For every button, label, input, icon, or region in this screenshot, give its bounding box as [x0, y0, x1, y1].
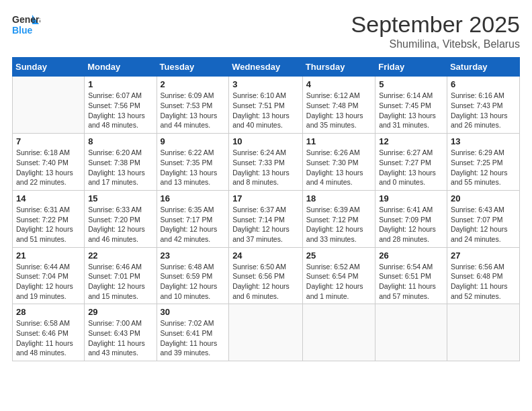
- day-number: 19: [379, 193, 443, 203]
- calendar-header-row: SundayMondayTuesdayWednesdayThursdayFrid…: [13, 58, 520, 77]
- day-number: 24: [232, 250, 299, 261]
- calendar-cell: [13, 77, 85, 134]
- day-info: Sunrise: 6:27 AM Sunset: 7:27 PM Dayligh…: [379, 148, 443, 187]
- title-block: September 2025 Shumilina, Vitebsk, Belar…: [351, 12, 520, 50]
- day-number: 25: [306, 250, 371, 261]
- day-info: Sunrise: 7:02 AM Sunset: 6:41 PM Dayligh…: [161, 318, 226, 358]
- day-number: 13: [451, 136, 516, 146]
- day-info: Sunrise: 6:43 AM Sunset: 7:07 PM Dayligh…: [451, 205, 516, 244]
- day-number: 4: [306, 79, 371, 89]
- calendar-cell: [229, 304, 303, 361]
- day-info: Sunrise: 6:39 AM Sunset: 7:12 PM Dayligh…: [306, 205, 371, 244]
- calendar-cell: [375, 304, 447, 361]
- calendar-cell: 4Sunrise: 6:12 AM Sunset: 7:48 PM Daylig…: [302, 77, 375, 134]
- day-number: 7: [16, 136, 81, 146]
- day-info: Sunrise: 6:52 AM Sunset: 6:54 PM Dayligh…: [306, 262, 371, 302]
- calendar-cell: 3Sunrise: 6:10 AM Sunset: 7:51 PM Daylig…: [229, 77, 303, 134]
- day-info: Sunrise: 7:00 AM Sunset: 6:43 PM Dayligh…: [88, 318, 152, 358]
- calendar-cell: 26Sunrise: 6:54 AM Sunset: 6:51 PM Dayli…: [375, 247, 447, 304]
- calendar-cell: 7Sunrise: 6:18 AM Sunset: 7:40 PM Daylig…: [13, 134, 85, 191]
- col-header-saturday: Saturday: [447, 58, 519, 77]
- calendar-cell: 1Sunrise: 6:07 AM Sunset: 7:56 PM Daylig…: [85, 77, 157, 134]
- col-header-wednesday: Wednesday: [229, 58, 303, 77]
- day-info: Sunrise: 6:14 AM Sunset: 7:45 PM Dayligh…: [379, 91, 443, 130]
- day-info: Sunrise: 6:18 AM Sunset: 7:40 PM Dayligh…: [16, 148, 81, 187]
- day-info: Sunrise: 6:46 AM Sunset: 7:01 PM Dayligh…: [88, 262, 152, 302]
- day-info: Sunrise: 6:44 AM Sunset: 7:04 PM Dayligh…: [16, 262, 81, 302]
- calendar-cell: 17Sunrise: 6:37 AM Sunset: 7:14 PM Dayli…: [229, 190, 303, 247]
- day-number: 10: [232, 136, 299, 146]
- col-header-monday: Monday: [85, 58, 157, 77]
- day-info: Sunrise: 6:41 AM Sunset: 7:09 PM Dayligh…: [379, 205, 443, 244]
- day-number: 26: [379, 250, 443, 261]
- day-info: Sunrise: 6:22 AM Sunset: 7:35 PM Dayligh…: [161, 148, 226, 187]
- calendar-cell: 21Sunrise: 6:44 AM Sunset: 7:04 PM Dayli…: [13, 247, 85, 304]
- day-info: Sunrise: 6:31 AM Sunset: 7:22 PM Dayligh…: [16, 205, 81, 244]
- day-number: 27: [451, 250, 516, 261]
- logo-icon: GeneralBlue: [12, 12, 40, 40]
- day-number: 23: [161, 250, 226, 261]
- calendar-cell: 20Sunrise: 6:43 AM Sunset: 7:07 PM Dayli…: [447, 190, 519, 247]
- calendar-cell: 13Sunrise: 6:29 AM Sunset: 7:25 PM Dayli…: [447, 134, 519, 191]
- day-info: Sunrise: 6:20 AM Sunset: 7:38 PM Dayligh…: [88, 148, 152, 187]
- calendar-cell: 23Sunrise: 6:48 AM Sunset: 6:59 PM Dayli…: [157, 247, 229, 304]
- calendar-cell: 18Sunrise: 6:39 AM Sunset: 7:12 PM Dayli…: [302, 190, 375, 247]
- calendar-cell: 6Sunrise: 6:16 AM Sunset: 7:43 PM Daylig…: [447, 77, 519, 134]
- day-number: 2: [161, 79, 226, 89]
- calendar-week-row: 7Sunrise: 6:18 AM Sunset: 7:40 PM Daylig…: [13, 134, 520, 191]
- col-header-sunday: Sunday: [13, 58, 85, 77]
- calendar-cell: 14Sunrise: 6:31 AM Sunset: 7:22 PM Dayli…: [13, 190, 85, 247]
- calendar-table: SundayMondayTuesdayWednesdayThursdayFrid…: [12, 57, 520, 361]
- day-number: 12: [379, 136, 443, 146]
- day-number: 28: [16, 307, 81, 317]
- day-number: 9: [161, 136, 226, 146]
- day-number: 20: [451, 193, 516, 203]
- day-number: 1: [88, 79, 152, 89]
- calendar-cell: 9Sunrise: 6:22 AM Sunset: 7:35 PM Daylig…: [157, 134, 229, 191]
- day-number: 14: [16, 193, 81, 203]
- calendar-week-row: 1Sunrise: 6:07 AM Sunset: 7:56 PM Daylig…: [13, 77, 520, 134]
- calendar-cell: 19Sunrise: 6:41 AM Sunset: 7:09 PM Dayli…: [375, 190, 447, 247]
- page: GeneralBlue September 2025 Shumilina, Vi…: [0, 0, 532, 411]
- calendar-cell: 5Sunrise: 6:14 AM Sunset: 7:45 PM Daylig…: [375, 77, 447, 134]
- day-info: Sunrise: 6:16 AM Sunset: 7:43 PM Dayligh…: [451, 91, 516, 130]
- calendar-cell: 11Sunrise: 6:26 AM Sunset: 7:30 PM Dayli…: [302, 134, 375, 191]
- day-number: 11: [306, 136, 371, 146]
- day-number: 22: [88, 250, 152, 261]
- location-title: Shumilina, Vitebsk, Belarus: [351, 38, 520, 50]
- svg-text:Blue: Blue: [12, 25, 33, 36]
- calendar-cell: 12Sunrise: 6:27 AM Sunset: 7:27 PM Dayli…: [375, 134, 447, 191]
- calendar-cell: [302, 304, 375, 361]
- calendar-cell: 16Sunrise: 6:35 AM Sunset: 7:17 PM Dayli…: [157, 190, 229, 247]
- day-number: 3: [232, 79, 299, 89]
- calendar-cell: 22Sunrise: 6:46 AM Sunset: 7:01 PM Dayli…: [85, 247, 157, 304]
- day-info: Sunrise: 6:10 AM Sunset: 7:51 PM Dayligh…: [232, 91, 299, 130]
- calendar-cell: 25Sunrise: 6:52 AM Sunset: 6:54 PM Dayli…: [302, 247, 375, 304]
- calendar-week-row: 28Sunrise: 6:58 AM Sunset: 6:46 PM Dayli…: [13, 304, 520, 361]
- calendar-cell: 2Sunrise: 6:09 AM Sunset: 7:53 PM Daylig…: [157, 77, 229, 134]
- calendar-week-row: 21Sunrise: 6:44 AM Sunset: 7:04 PM Dayli…: [13, 247, 520, 304]
- calendar-cell: [447, 304, 519, 361]
- calendar-week-row: 14Sunrise: 6:31 AM Sunset: 7:22 PM Dayli…: [13, 190, 520, 247]
- day-info: Sunrise: 6:26 AM Sunset: 7:30 PM Dayligh…: [306, 148, 371, 187]
- col-header-friday: Friday: [375, 58, 447, 77]
- day-number: 29: [88, 307, 152, 317]
- logo: GeneralBlue: [12, 12, 40, 40]
- day-info: Sunrise: 6:50 AM Sunset: 6:56 PM Dayligh…: [232, 262, 299, 302]
- day-number: 8: [88, 136, 152, 146]
- day-info: Sunrise: 6:56 AM Sunset: 6:48 PM Dayligh…: [451, 262, 516, 302]
- day-number: 15: [88, 193, 152, 203]
- day-number: 16: [161, 193, 226, 203]
- svg-text:General: General: [12, 14, 40, 25]
- month-title: September 2025: [351, 12, 520, 37]
- calendar-cell: 24Sunrise: 6:50 AM Sunset: 6:56 PM Dayli…: [229, 247, 303, 304]
- day-info: Sunrise: 6:12 AM Sunset: 7:48 PM Dayligh…: [306, 91, 371, 130]
- calendar-cell: 15Sunrise: 6:33 AM Sunset: 7:20 PM Dayli…: [85, 190, 157, 247]
- day-info: Sunrise: 6:58 AM Sunset: 6:46 PM Dayligh…: [16, 318, 81, 358]
- day-number: 5: [379, 79, 443, 89]
- day-info: Sunrise: 6:33 AM Sunset: 7:20 PM Dayligh…: [88, 205, 152, 244]
- calendar-cell: 30Sunrise: 7:02 AM Sunset: 6:41 PM Dayli…: [157, 304, 229, 361]
- day-info: Sunrise: 6:54 AM Sunset: 6:51 PM Dayligh…: [379, 262, 443, 302]
- day-number: 6: [451, 79, 516, 89]
- day-info: Sunrise: 6:09 AM Sunset: 7:53 PM Dayligh…: [161, 91, 226, 130]
